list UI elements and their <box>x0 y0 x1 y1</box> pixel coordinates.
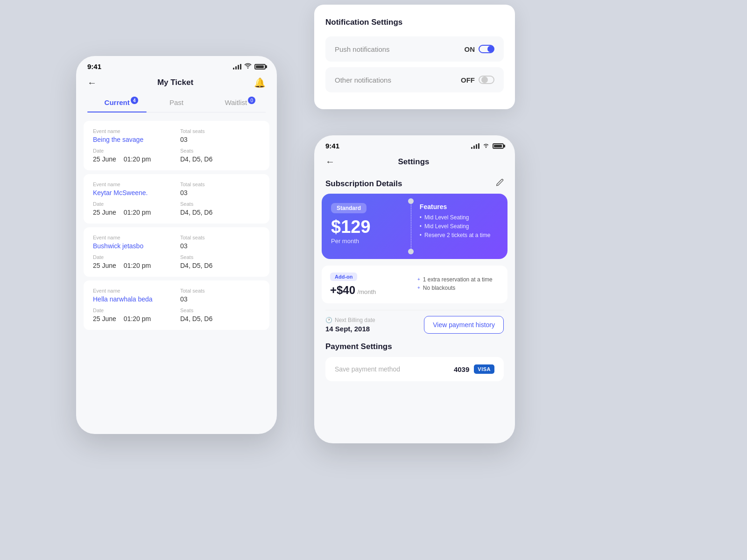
time-right: 9:41 <box>325 142 339 150</box>
battery-icon-right <box>493 143 504 149</box>
visa-badge: VISA <box>474 364 494 374</box>
addon-right: + 1 extra reservation at a time + No bla… <box>412 276 499 293</box>
subscription-left: Standard $129 Per month <box>331 203 402 250</box>
waitlist-badge: 0 <box>248 97 255 104</box>
tabs-row: Current 4 Past Waitlist 0 <box>87 94 266 112</box>
push-notifications-label: Push notifications <box>335 45 390 53</box>
payment-method-label: Save payment method <box>335 365 400 373</box>
tab-waitlist[interactable]: Waitlist 0 <box>206 94 266 112</box>
addon-price: +$40 <box>330 284 355 296</box>
time-value: 01:20 pm <box>124 155 151 163</box>
addon-badge: Add-on <box>330 273 357 281</box>
back-button-left[interactable]: ← <box>87 77 97 88</box>
settings-header: ← Settings <box>314 153 515 173</box>
tab-current[interactable]: Current 4 <box>87 94 147 112</box>
push-notifications-status: ON <box>465 45 475 53</box>
feature-1: Mid Level Seating <box>420 214 498 221</box>
notification-panel: Notification Settings Push notifications… <box>314 5 515 109</box>
push-notifications-toggle-row: ON <box>465 45 495 53</box>
ticket-item[interactable]: Event name Hella narwhala beda Total sea… <box>84 280 269 330</box>
push-notifications-toggle[interactable] <box>479 45 494 53</box>
subscription-card: Standard $129 Per month Features Mid Lev… <box>322 194 507 259</box>
subscription-period: Per month <box>331 238 402 245</box>
right-phone: 9:41 ← Settings <box>314 135 515 443</box>
ticket-item[interactable]: Event name Keytar McSweene. Total seats … <box>84 174 269 224</box>
addon-feature-2: + No blackouts <box>417 285 499 291</box>
card-number: 4039 <box>454 365 469 373</box>
clock-icon: 🕐 <box>325 317 332 323</box>
subscription-right: Features Mid Level Seating Mid Level Sea… <box>420 203 498 250</box>
signal-icon-right <box>471 143 479 149</box>
time-left: 9:41 <box>87 63 101 70</box>
ticket-item[interactable]: Event name Being the savage Total seats … <box>84 121 269 170</box>
event-name-label: Event name <box>93 128 173 134</box>
addon-left: Add-on +$40 /month <box>330 272 412 297</box>
payment-section: Payment Settings Save payment method 403… <box>314 340 515 381</box>
payment-settings-title: Payment Settings <box>325 342 504 351</box>
page-title-left: My Ticket <box>157 78 193 87</box>
view-payment-history-button[interactable]: View payment history <box>424 316 504 334</box>
settings-title: Settings <box>335 157 493 167</box>
event-name-value: Being the savage <box>93 136 173 143</box>
payment-right: 4039 VISA <box>454 364 494 374</box>
ticket-list: Event name Being the savage Total seats … <box>76 112 277 430</box>
seats-label: Seats <box>180 148 260 154</box>
wifi-icon-right <box>482 142 490 149</box>
edit-icon[interactable] <box>495 178 504 189</box>
billing-row: 🕐 Next Billing date 14 Sept, 2018 View p… <box>314 311 515 340</box>
status-bar-right: 9:41 <box>314 135 515 153</box>
signal-icon <box>233 64 241 70</box>
subscription-divider <box>411 203 411 250</box>
phone-header-left: ← My Ticket 🔔 <box>76 73 277 94</box>
features-title: Features <box>420 203 498 210</box>
billing-divider <box>325 310 504 310</box>
other-notifications-status: OFF <box>461 76 475 84</box>
current-badge: 4 <box>131 97 138 104</box>
other-notifications-toggle-row: OFF <box>461 76 494 84</box>
bell-icon[interactable]: 🔔 <box>254 77 266 88</box>
left-phone: 9:41 ← My Ticket 🔔 <box>76 56 277 434</box>
ticket-item[interactable]: Event name Bushwick jetasbo Total seats … <box>84 227 269 277</box>
addon-period: /month <box>358 288 376 295</box>
subscription-title: Subscription Details <box>325 179 402 189</box>
billing-left: 🕐 Next Billing date 14 Sept, 2018 <box>325 317 424 333</box>
addon-feature-1: + 1 extra reservation at a time <box>417 276 499 283</box>
status-icons-left <box>233 63 266 70</box>
tab-past[interactable]: Past <box>147 94 206 112</box>
push-notifications-row: Push notifications ON <box>325 36 504 62</box>
subscription-section-header: Subscription Details <box>314 173 515 194</box>
back-button-right[interactable]: ← <box>325 156 335 167</box>
status-icons-right <box>471 142 504 149</box>
billing-date: 14 Sept, 2018 <box>325 325 424 333</box>
toggle-thumb <box>481 77 488 83</box>
wifi-icon <box>244 63 252 70</box>
subscription-price: $129 <box>331 218 402 236</box>
total-seats-value: 03 <box>180 136 260 143</box>
other-notifications-toggle[interactable] <box>479 76 494 84</box>
subscription-badge: Standard <box>331 203 366 213</box>
feature-2: Mid Level Seating <box>420 223 498 230</box>
other-notifications-label: Other notifications <box>335 76 391 84</box>
other-notifications-row: Other notifications OFF <box>325 67 504 92</box>
date-label: Date <box>93 148 173 154</box>
addon-row: Add-on +$40 /month + 1 extra reservation… <box>322 266 507 303</box>
notification-title: Notification Settings <box>325 18 504 27</box>
seats-value: D4, D5, D6 <box>180 155 260 163</box>
feature-3: Reserve 2 tickets at a time <box>420 232 498 238</box>
toggle-thumb <box>487 46 494 52</box>
total-seats-label: Total seats <box>180 128 260 134</box>
date-value: 25 June <box>93 155 116 163</box>
battery-icon <box>254 64 266 70</box>
status-bar-left: 9:41 <box>76 56 277 73</box>
billing-label: 🕐 Next Billing date <box>325 317 424 323</box>
payment-method-row: Save payment method 4039 VISA <box>325 357 504 381</box>
